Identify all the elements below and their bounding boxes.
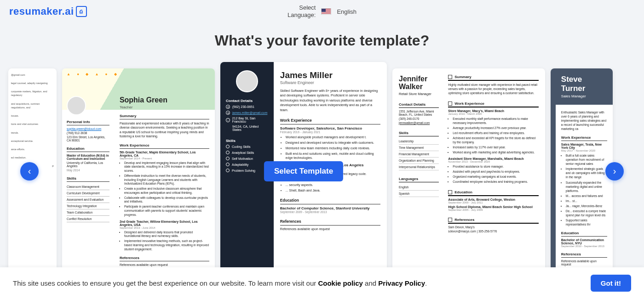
template-carousel: ‹ › @gmail.com legal counsel, adeptly na… — [0, 62, 644, 280]
avatar — [67, 96, 86, 115]
location-icon: ⌂ — [226, 118, 230, 122]
phone-icon: ✆ — [226, 105, 230, 109]
page-title: What's your favorite template? — [0, 32, 644, 49]
summary-icon — [448, 75, 452, 79]
work-icon — [448, 102, 452, 106]
references-icon — [448, 218, 452, 222]
logo-icon: ⎙ — [76, 6, 87, 17]
select-template-button[interactable]: Select Template — [264, 161, 343, 181]
cookie-text: This site uses cookies to ensure you get… — [13, 279, 427, 287]
template-card-jennifer[interactable]: Jennifer Walker Retail Store Manager Con… — [392, 68, 545, 274]
flag-icon — [321, 8, 331, 15]
privacy-policy-link[interactable]: Privacy Policy — [378, 279, 425, 287]
avatar — [236, 70, 258, 92]
template-card-james[interactable]: Select Template Contact Details ✆(562) 2… — [220, 62, 387, 280]
cookie-accept-button[interactable]: Got it! — [591, 275, 631, 292]
carousel-prev-button[interactable]: ‹ — [20, 162, 39, 181]
language-selector[interactable]: Select Language: English — [288, 4, 356, 19]
template-card-sophia[interactable]: Personal Info sophia.green@icloud.com (7… — [62, 68, 215, 274]
cookie-policy-link[interactable]: Cookie policy — [318, 279, 363, 287]
logo[interactable]: resumaker.ai ⎙ — [9, 6, 87, 17]
email-icon: ✉ — [226, 111, 230, 115]
education-icon — [448, 190, 452, 194]
carousel-next-button[interactable]: › — [605, 162, 624, 181]
language-label: Select Language: — [288, 4, 316, 19]
template-card-steve[interactable]: Steve Turner Sales Manager Enthusiastic … — [551, 68, 613, 274]
language-value: English — [337, 8, 356, 15]
